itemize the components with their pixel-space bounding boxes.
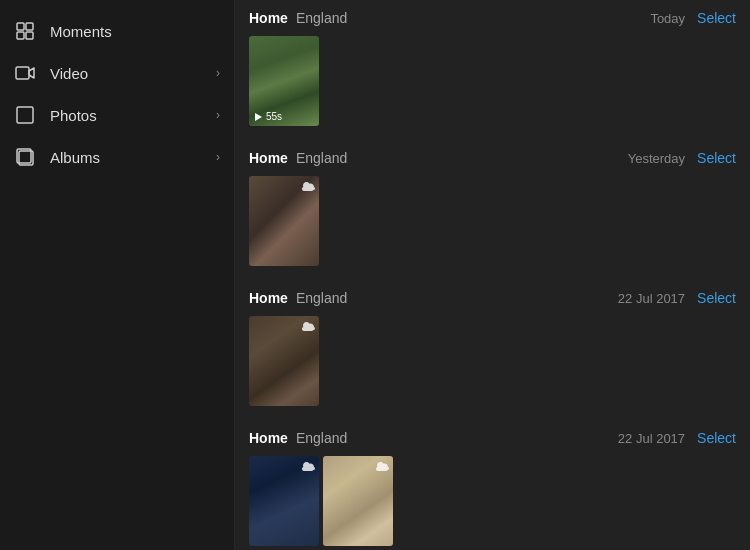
section-yesterday-location-home: Home: [249, 150, 288, 166]
section-jul2017-2-date: 22 Jul 2017: [618, 431, 685, 446]
albums-chevron-icon: ›: [216, 150, 220, 164]
photo-thumb[interactable]: [323, 456, 393, 546]
svg-rect-2: [17, 32, 24, 39]
sidebar-item-moments-label: Moments: [50, 23, 112, 40]
section-today-select-button[interactable]: Select: [697, 10, 736, 26]
video-duration: 55s: [266, 111, 282, 122]
sidebar-item-moments[interactable]: Moments: [0, 10, 234, 52]
sidebar-item-video-label: Video: [50, 65, 88, 82]
section-yesterday-header: Home England Yesterday Select: [235, 140, 750, 172]
section-today-location-home: Home: [249, 10, 288, 26]
video-duration-indicator: 55s: [253, 111, 282, 122]
section-jul2017-2: Home England 22 Jul 2017 Select: [235, 420, 750, 550]
main-content: Home England Today Select 55s Home Engla…: [235, 0, 750, 550]
section-jul2017-1-date: 22 Jul 2017: [618, 291, 685, 306]
section-today: Home England Today Select 55s: [235, 0, 750, 140]
photo-thumb[interactable]: [249, 456, 319, 546]
section-jul2017-1-header: Home England 22 Jul 2017 Select: [235, 280, 750, 312]
moments-icon: [14, 20, 36, 42]
svg-marker-8: [255, 113, 262, 121]
sidebar-item-photos[interactable]: Photos ›: [0, 94, 234, 136]
section-jul2017-1-select-button[interactable]: Select: [697, 290, 736, 306]
section-jul2017-2-location-sub: England: [296, 430, 347, 446]
video-icon: [14, 62, 36, 84]
svg-rect-1: [26, 23, 33, 30]
section-jul2017-2-location-home: Home: [249, 430, 288, 446]
section-yesterday: Home England Yesterday Select: [235, 140, 750, 280]
cloud-upload-icon: [301, 320, 315, 338]
sidebar-item-albums[interactable]: Albums ›: [0, 136, 234, 178]
photo-thumb[interactable]: [249, 176, 319, 266]
sidebar-item-video[interactable]: Video ›: [0, 52, 234, 94]
photos-icon: [14, 104, 36, 126]
section-today-photos: 55s: [235, 32, 750, 140]
section-today-date: Today: [650, 11, 685, 26]
photos-chevron-icon: ›: [216, 108, 220, 122]
svg-rect-0: [17, 23, 24, 30]
albums-icon: [14, 146, 36, 168]
cloud-upload-icon: [301, 180, 315, 198]
section-yesterday-photos: [235, 172, 750, 280]
section-yesterday-date: Yesterday: [628, 151, 685, 166]
section-today-header: Home England Today Select: [235, 0, 750, 32]
video-chevron-icon: ›: [216, 66, 220, 80]
cloud-upload-icon: [375, 460, 389, 478]
section-today-location-sub: England: [296, 10, 347, 26]
svg-rect-3: [26, 32, 33, 39]
section-jul2017-1-location-home: Home: [249, 290, 288, 306]
section-yesterday-location-sub: England: [296, 150, 347, 166]
section-jul2017-1-location-sub: England: [296, 290, 347, 306]
section-jul2017-2-photos: [235, 452, 750, 550]
section-jul2017-2-select-button[interactable]: Select: [697, 430, 736, 446]
svg-rect-5: [17, 107, 33, 123]
sidebar-item-photos-label: Photos: [50, 107, 97, 124]
sidebar: Moments Video › Photos › Albums ›: [0, 0, 235, 550]
section-jul2017-1-photos: [235, 312, 750, 420]
section-yesterday-select-button[interactable]: Select: [697, 150, 736, 166]
sidebar-item-albums-label: Albums: [50, 149, 100, 166]
section-jul2017-2-header: Home England 22 Jul 2017 Select: [235, 420, 750, 452]
cloud-upload-icon: [301, 460, 315, 478]
section-jul2017-1: Home England 22 Jul 2017 Select: [235, 280, 750, 420]
photo-thumb[interactable]: [249, 316, 319, 406]
photo-thumb[interactable]: 55s: [249, 36, 319, 126]
svg-rect-4: [16, 67, 29, 79]
